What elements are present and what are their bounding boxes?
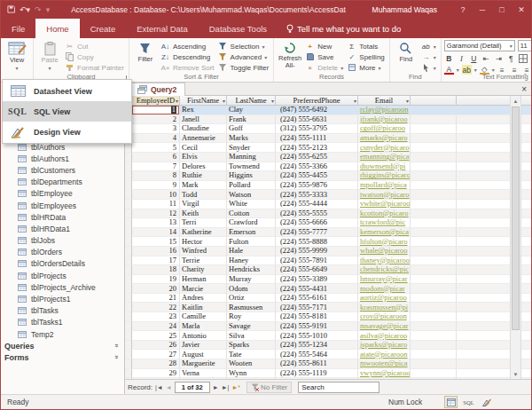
save-record-button[interactable]: Save bbox=[303, 51, 345, 62]
cell-email[interactable]: mpollard@pica bbox=[358, 181, 411, 191]
cell-preferredphone[interactable]: (224) 555-8888 bbox=[276, 237, 358, 247]
cell-lastname[interactable]: Haney bbox=[227, 256, 276, 266]
cell-email[interactable]: cgoff@picaroo bbox=[358, 124, 411, 134]
nav-table-item[interactable]: tblHRData1 bbox=[1, 223, 124, 234]
record-selector[interactable] bbox=[125, 228, 132, 238]
record-selector[interactable] bbox=[125, 294, 132, 304]
cell-preferredphone[interactable]: (224) 555-6649 bbox=[276, 265, 358, 275]
redo-icon[interactable]: ↷ bbox=[35, 5, 42, 14]
nav-table-item[interactable]: tblEmployee bbox=[1, 188, 124, 200]
signed-in-user[interactable]: Muhammad Waqas bbox=[372, 5, 437, 14]
advanced-button[interactable]: Advanced▾ bbox=[216, 51, 271, 62]
table-row[interactable]: 11 Virgil White (224) 555-4444 vwhite@pi… bbox=[125, 200, 531, 209]
cell-lastname[interactable]: Pollard bbox=[227, 181, 276, 191]
cell-email[interactable]: whale@picaroo bbox=[358, 247, 411, 256]
record-selector[interactable] bbox=[125, 247, 132, 256]
cell-email[interactable]: modom@picar bbox=[358, 284, 411, 294]
cell-employeeid[interactable]: 18 bbox=[132, 265, 180, 275]
record-selector[interactable] bbox=[125, 322, 132, 332]
cell-lastname[interactable]: Silva bbox=[227, 331, 276, 341]
cell-firstname[interactable]: Hector bbox=[180, 237, 227, 247]
spelling-button[interactable]: ✓Spelling bbox=[345, 51, 386, 62]
cell-lastname[interactable]: Rasmussen bbox=[227, 303, 276, 312]
replace-button[interactable]: ab▾ bbox=[419, 41, 438, 51]
remove-sort-button[interactable]: A×Remove Sort bbox=[159, 62, 216, 73]
cell-lastname[interactable]: Crawford bbox=[227, 218, 276, 228]
cell-lastname[interactable]: Murray bbox=[227, 275, 276, 285]
cell-empty[interactable] bbox=[457, 200, 512, 209]
cell-empty[interactable] bbox=[411, 143, 457, 153]
cell-lastname[interactable]: Ortiz bbox=[227, 294, 276, 304]
column-header-lastname[interactable]: LastName▾ bbox=[227, 96, 276, 106]
cell-firstname[interactable]: Winfred bbox=[180, 247, 227, 256]
record-selector[interactable] bbox=[125, 275, 132, 285]
cell-empty[interactable] bbox=[457, 284, 512, 294]
nav-table-item[interactable]: tblTasks bbox=[1, 305, 124, 317]
cell-firstname[interactable]: Javier bbox=[180, 341, 227, 351]
gridlines-icon[interactable] bbox=[519, 53, 528, 63]
cell-preferredphone[interactable]: (224) 555-1234 bbox=[276, 341, 358, 351]
cell-empty[interactable] bbox=[457, 265, 512, 275]
tab-home[interactable]: Home bbox=[35, 19, 79, 38]
table-row[interactable]: 3 Claudine Goff (312) 555-3795 cgoff@pic… bbox=[125, 124, 531, 134]
cell-empty[interactable] bbox=[411, 200, 457, 209]
cell-preferredphone[interactable]: (224) 555-7777 bbox=[276, 228, 358, 238]
nav-table-item[interactable]: tblHRData bbox=[1, 211, 124, 223]
cell-empty[interactable] bbox=[411, 134, 457, 144]
cell-email[interactable]: krasmussen@pi bbox=[358, 303, 411, 312]
cell-email[interactable]: dtownsend@pi bbox=[358, 162, 411, 172]
cell-email[interactable]: kcotton@picaro bbox=[358, 209, 411, 219]
tab-external-data[interactable]: External Data bbox=[126, 19, 199, 38]
selection-button[interactable]: Selection▾ bbox=[216, 41, 271, 51]
table-row[interactable]: 14 Katherine Emerson (224) 555-7777 keme… bbox=[125, 228, 531, 238]
cell-employeeid[interactable]: 13 bbox=[132, 218, 180, 228]
cell-empty[interactable] bbox=[457, 124, 512, 134]
cell-empty[interactable] bbox=[457, 322, 512, 332]
cell-preferredphone[interactable]: (224) 555-3366 bbox=[276, 162, 358, 172]
table-row[interactable]: 29 Verna Wynn (224) 555-1119 vwynn@picar… bbox=[125, 369, 531, 379]
cell-firstname[interactable]: Elvis bbox=[180, 153, 227, 162]
cell-email[interactable]: csnyder@picaro bbox=[358, 143, 411, 153]
cell-empty[interactable] bbox=[411, 256, 457, 266]
table-row[interactable]: 7 Delores Townsend (224) 555-3366 dtowns… bbox=[125, 162, 531, 172]
tab-database-tools[interactable]: Database Tools bbox=[199, 19, 278, 38]
totals-button[interactable]: ΣTotals bbox=[345, 41, 386, 51]
cell-email[interactable]: jsparks@picaro bbox=[358, 341, 411, 351]
cell-firstname[interactable]: Virgil bbox=[180, 200, 227, 209]
cell-firstname[interactable]: Cecil bbox=[180, 143, 227, 153]
table-row[interactable]: 15 Hector Fulton (224) 555-8888 hfulton@… bbox=[125, 237, 531, 247]
nav-table-item[interactable]: tblCustomers bbox=[1, 164, 124, 176]
cell-preferredphone[interactable]: (224) 555-5555 bbox=[276, 209, 358, 219]
cell-firstname[interactable]: Todd bbox=[180, 190, 227, 200]
cell-empty[interactable] bbox=[411, 237, 457, 247]
cell-lastname[interactable]: Roy bbox=[227, 312, 276, 322]
table-row[interactable]: 18 Charity Hendricks (224) 555-6649 chen… bbox=[125, 265, 531, 275]
column-dropdown-icon[interactable]: ▾ bbox=[354, 98, 356, 104]
cell-empty[interactable] bbox=[411, 106, 457, 115]
cell-firstname[interactable]: Marla bbox=[180, 322, 227, 332]
cell-empty[interactable] bbox=[411, 265, 457, 275]
cell-firstname[interactable]: Claudine bbox=[180, 124, 227, 134]
cell-preferredphone[interactable]: (224) 555-4455 bbox=[276, 171, 358, 181]
cell-firstname[interactable]: Terri bbox=[180, 218, 227, 228]
cell-email[interactable]: aortiz@picaroo bbox=[358, 294, 411, 304]
cell-email[interactable]: asilva@picaroo bbox=[358, 331, 411, 341]
record-selector[interactable] bbox=[125, 256, 132, 266]
cell-lastname[interactable]: Hale bbox=[227, 247, 276, 256]
cell-lastname[interactable]: Sparks bbox=[227, 341, 276, 351]
column-dropdown-icon[interactable]: ▾ bbox=[223, 98, 225, 104]
cell-email[interactable]: msavage@picar bbox=[358, 322, 411, 332]
cell-email[interactable]: jfrank@picaroo bbox=[358, 115, 411, 125]
menu-item-design-view[interactable]: Design View bbox=[3, 122, 131, 142]
cell-email[interactable]: vwhite@picaroo bbox=[358, 200, 411, 209]
font-name-combo[interactable]: Garamond (Detail)▾ bbox=[444, 40, 515, 51]
minimize-button[interactable]: ─ bbox=[473, 5, 492, 14]
cell-firstname[interactable]: Andres bbox=[180, 294, 227, 304]
sql-view-shortcut[interactable]: SQL bbox=[462, 396, 475, 408]
cell-email[interactable]: amarks@picaro bbox=[358, 134, 411, 144]
save-icon[interactable] bbox=[7, 5, 15, 15]
copy-button[interactable]: Copy bbox=[63, 51, 126, 62]
maximize-button[interactable]: □ bbox=[492, 5, 512, 14]
cell-empty[interactable] bbox=[457, 171, 512, 181]
cell-lastname[interactable]: Snyder bbox=[227, 143, 276, 153]
